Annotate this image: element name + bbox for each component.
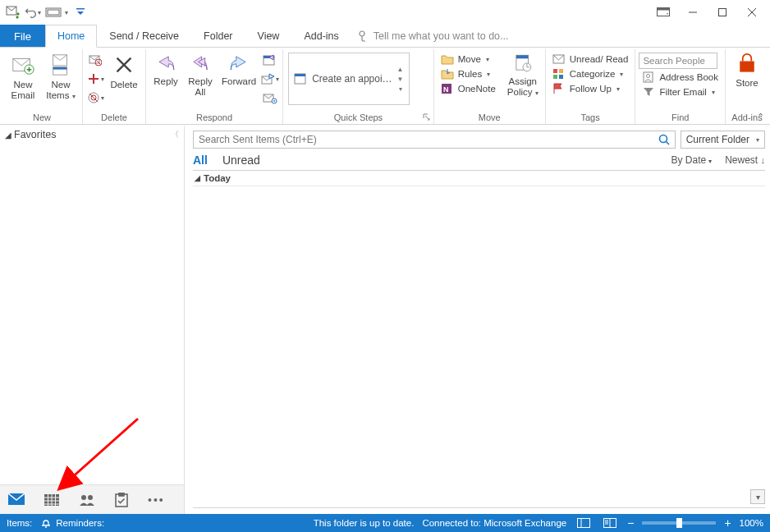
filter-unread[interactable]: Unread — [222, 154, 260, 167]
qat-customize-icon[interactable] — [71, 2, 90, 22]
search-icon[interactable] — [658, 134, 670, 145]
address-book-button[interactable]: Address Book — [639, 71, 722, 84]
svg-rect-32 — [295, 74, 305, 76]
delete-button[interactable]: Delete — [106, 51, 142, 92]
collapse-navpane-icon[interactable]: 〈 — [171, 129, 179, 140]
qat-sendreceive-icon[interactable] — [3, 2, 23, 22]
title-bar — [0, 0, 770, 25]
svg-rect-61 — [578, 519, 590, 528]
group-find: Search People Address Book Filter Email▾… — [635, 49, 726, 124]
new-items-button[interactable]: New Items ▾ — [43, 51, 79, 103]
tab-view[interactable]: View — [245, 25, 292, 47]
quicksteps-down-icon[interactable]: ▼ — [397, 76, 404, 83]
tell-me-placeholder: Tell me what you want to do... — [374, 30, 509, 42]
svg-rect-2 — [48, 10, 59, 15]
group-delete: ▾ ▾ Delete Delete — [83, 49, 146, 124]
tab-file[interactable]: File — [0, 25, 45, 47]
new-email-button[interactable]: New Email — [5, 51, 41, 103]
store-button[interactable]: Store — [729, 51, 765, 90]
forward-arrow-icon — [228, 53, 250, 74]
svg-rect-58 — [119, 493, 124, 496]
cleanup-button[interactable]: ▾ — [86, 70, 104, 88]
svg-line-18 — [97, 61, 101, 65]
followup-button[interactable]: Follow Up▾ — [549, 82, 632, 95]
svg-rect-3 — [76, 8, 85, 10]
new-items-icon — [48, 53, 73, 77]
status-bar: Items: Reminders: This folder is up to d… — [0, 514, 770, 532]
svg-text:N: N — [443, 85, 449, 94]
meeting-reply-button[interactable] — [261, 51, 279, 69]
favorites-header[interactable]: ◢Favorites — [5, 129, 179, 140]
status-reminders[interactable]: Reminders: — [40, 518, 104, 528]
rules-icon — [441, 68, 454, 80]
svg-rect-42 — [559, 69, 563, 73]
quicksteps-dialog-icon[interactable] — [423, 113, 431, 122]
collapse-ribbon-icon[interactable]: ⌃ — [754, 112, 767, 122]
assign-policy-button[interactable]: Assign Policy ▾ — [504, 51, 542, 99]
window-minimize-icon[interactable] — [678, 1, 708, 24]
group-new: New Email New Items ▾ New — [2, 49, 83, 124]
svg-rect-15 — [53, 67, 67, 70]
search-people-input[interactable]: Search People — [639, 53, 717, 69]
zoom-out-button[interactable]: − — [627, 516, 634, 530]
sort-direction-dropdown[interactable]: Newest ↓ — [725, 154, 765, 166]
quicksteps-more-icon[interactable]: ▾ — [399, 85, 402, 93]
filter-all[interactable]: All — [193, 154, 208, 167]
group-quicksteps: Create an appoi… ▲ ▼ ▾ Quick Steps — [283, 49, 434, 124]
more-nav-icon[interactable]: ••• — [148, 493, 165, 507]
view-normal-icon[interactable] — [575, 516, 593, 530]
people-nav-icon[interactable] — [79, 493, 95, 507]
view-reading-icon[interactable] — [601, 516, 619, 530]
zoom-level[interactable]: 100% — [740, 518, 763, 528]
svg-point-55 — [81, 495, 86, 500]
categorize-button[interactable]: Categorize▾ — [549, 67, 632, 80]
funnel-icon — [642, 86, 655, 98]
replyall-arrow-icon — [190, 53, 211, 74]
onenote-button[interactable]: NOneNote — [438, 82, 499, 95]
flag-icon — [552, 83, 566, 94]
scroll-down-icon[interactable]: ▾ — [750, 489, 765, 504]
calendar-nav-icon[interactable] — [44, 493, 59, 507]
group-tags: Unread/ Read Categorize▾ Follow Up▾ Tags — [546, 49, 636, 124]
group-respond: Reply Reply All Forward ▾ Respond — [146, 49, 283, 124]
tab-home[interactable]: Home — [45, 25, 97, 48]
envelope-icon — [552, 53, 566, 65]
reply-button[interactable]: Reply — [149, 51, 182, 89]
mail-nav-icon[interactable] — [8, 493, 25, 507]
tasks-nav-icon[interactable] — [115, 493, 128, 507]
search-scope-dropdown[interactable]: Current Folder▾ — [681, 131, 765, 149]
qat-touchmode-icon[interactable] — [43, 2, 71, 22]
move-button[interactable]: Move▾ — [438, 53, 499, 66]
quickstep-item[interactable]: Create an appoi… ▲ ▼ ▾ — [288, 53, 409, 105]
search-input[interactable]: Search Sent Items (Ctrl+E) — [193, 131, 676, 149]
filter-email-button[interactable]: Filter Email▾ — [639, 85, 722, 99]
reading-pane-divider[interactable] — [193, 507, 765, 514]
tab-folder[interactable]: Folder — [191, 25, 245, 47]
status-connection: Connected to: Microsoft Exchange — [422, 518, 566, 528]
store-icon — [736, 53, 759, 76]
tab-sendreceive[interactable]: Send / Receive — [97, 25, 191, 47]
forward-attach-button[interactable]: ▾ — [261, 70, 279, 88]
junk-button[interactable]: ▾ — [86, 89, 104, 107]
qat-undo-icon[interactable] — [23, 2, 43, 22]
ignore-button[interactable] — [86, 51, 104, 69]
reply-arrow-icon — [155, 53, 176, 74]
zoom-slider[interactable] — [642, 521, 716, 525]
status-items[interactable]: Items: — [7, 518, 32, 528]
tell-me-search[interactable]: Tell me what you want to do... — [351, 25, 515, 47]
tab-addins[interactable]: Add-ins — [291, 25, 351, 47]
quicksteps-up-icon[interactable]: ▲ — [397, 66, 404, 73]
zoom-in-button[interactable]: + — [724, 516, 731, 530]
date-group-header[interactable]: ◢Today — [193, 170, 765, 186]
onenote-icon: N — [441, 83, 454, 94]
ribbon-display-options-icon[interactable] — [649, 1, 678, 24]
sort-by-dropdown[interactable]: By Date▾ — [671, 154, 712, 166]
reply-all-button[interactable]: Reply All — [184, 51, 217, 99]
window-close-icon[interactable] — [737, 1, 767, 24]
unread-read-button[interactable]: Unread/ Read — [549, 53, 632, 66]
rules-button[interactable]: Rules▾ — [438, 67, 499, 80]
policy-icon — [512, 53, 534, 74]
window-maximize-icon[interactable] — [708, 1, 737, 24]
more-respond-button[interactable] — [261, 89, 279, 107]
forward-button[interactable]: Forward — [218, 51, 259, 89]
